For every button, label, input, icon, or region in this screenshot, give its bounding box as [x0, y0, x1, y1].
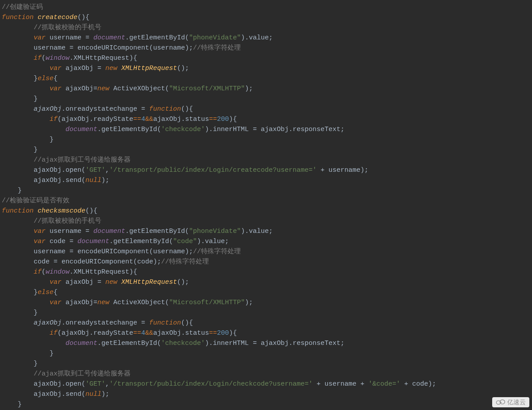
- code-token: ajaxObj.open(: [34, 380, 85, 388]
- code-token: ajaxObj.open(: [34, 166, 85, 174]
- code-token: "phoneVidate": [189, 228, 241, 235]
- code-token: new: [97, 299, 113, 306]
- code-token: ){: [229, 329, 237, 337]
- code-token: (: [42, 268, 46, 276]
- code-token: 'GET': [85, 380, 105, 388]
- code-token: }: [50, 136, 54, 143]
- code-token: code = encodeURIComponent(code);: [34, 258, 161, 266]
- code-token: + code);: [404, 380, 436, 388]
- code-token: //抓取被校验的手机号: [34, 24, 101, 31]
- code-token: function: [2, 207, 38, 215]
- code-token: (: [42, 54, 46, 62]
- code-token: ).value;: [197, 238, 229, 245]
- code-token: document: [93, 34, 125, 42]
- code-token: "code": [173, 238, 197, 245]
- code-token: );: [101, 391, 109, 398]
- code-token: (){: [85, 207, 97, 215]
- code-token: function: [149, 319, 181, 327]
- code-token: document: [93, 228, 125, 235]
- code-token: {: [54, 75, 58, 82]
- code-token: ,: [105, 380, 109, 388]
- code-token: else: [38, 289, 54, 296]
- code-token: ==: [133, 116, 141, 123]
- code-token: createcode: [38, 14, 77, 21]
- code-token: ).innerHTML = ajaxObj.responseText;: [205, 340, 344, 347]
- code-token: else: [38, 75, 54, 82]
- code-token: (){: [77, 14, 89, 21]
- code-token: 'checkcode': [161, 126, 205, 133]
- code-token: null: [85, 177, 101, 184]
- code-token: ajaxObj =: [66, 65, 105, 72]
- code-token: &&: [145, 329, 153, 337]
- code-token: .XMLHttpRequest){: [69, 54, 137, 62]
- code-token: 4: [141, 116, 145, 123]
- code-token: ).value;: [241, 34, 273, 42]
- code-token: .XMLHttpRequest){: [69, 268, 137, 276]
- code-token: function: [149, 105, 181, 113]
- code-token: }: [34, 360, 38, 367]
- code-token: 'checkcode': [161, 340, 205, 347]
- code-token: ==: [209, 329, 217, 337]
- code-token: (ajaxObj.readyState: [58, 116, 133, 123]
- code-token: ajaxObj=: [66, 85, 97, 93]
- code-token: ajaxObj.status: [153, 329, 209, 337]
- code-token: ajaxObj: [34, 105, 62, 113]
- code-token: ajaxObj: [34, 319, 62, 327]
- code-token: function: [2, 14, 38, 21]
- code-token: checksmscode: [38, 207, 85, 215]
- code-token: );: [101, 177, 109, 184]
- code-token: ajaxObj.send(: [34, 391, 85, 398]
- code-token: ==: [209, 116, 217, 123]
- code-token: //检验验证码是否有效: [2, 197, 69, 205]
- code-token: ajaxObj =: [66, 278, 105, 286]
- code-token: );: [245, 85, 253, 93]
- code-token: var: [50, 65, 66, 72]
- code-token: if: [50, 116, 58, 123]
- code-token: new: [105, 65, 121, 72]
- code-token: ){: [229, 116, 237, 123]
- code-token: }: [34, 309, 38, 317]
- code-token: 200: [217, 329, 229, 337]
- code-token: window: [46, 54, 69, 62]
- code-token: '&code=': [368, 380, 404, 388]
- code-token: new: [97, 85, 113, 93]
- code-token: .onreadystatechange =: [62, 319, 149, 327]
- code-token: .getElementById(: [97, 340, 161, 347]
- code-token: ();: [177, 278, 189, 286]
- code-token: new: [105, 278, 121, 286]
- code-token: var: [50, 85, 66, 93]
- code-token: );: [245, 299, 253, 306]
- code-token: //创建验证码: [2, 4, 43, 11]
- code-token: username = encodeURIComponent(username);: [34, 248, 193, 255]
- code-editor[interactable]: //创建验证码 function createcode(){ //抓取被校验的手…: [0, 0, 532, 410]
- code-token: //特殊字符处理: [193, 44, 241, 52]
- code-token: '/transport/public/index/Login/checkcode…: [109, 380, 316, 388]
- code-token: .getElementById(: [125, 228, 189, 235]
- code-token: (){: [181, 319, 193, 327]
- code-token: }: [50, 350, 54, 357]
- code-token: }: [34, 289, 38, 296]
- code-token: username = encodeURIComponent(username);: [34, 44, 193, 52]
- code-token: document: [66, 340, 97, 347]
- code-token: ,: [105, 166, 109, 174]
- code-token: username =: [50, 34, 93, 42]
- code-token: '/transport/public/index/Login/createcod…: [109, 166, 320, 174]
- code-token: .getElementById(: [125, 34, 189, 42]
- code-token: var: [34, 228, 50, 235]
- code-token: .getElementById(: [97, 126, 161, 133]
- code-token: ).innerHTML = ajaxObj.responseText;: [205, 126, 344, 133]
- code-token: window: [46, 268, 69, 276]
- code-token: var: [50, 299, 66, 306]
- code-token: }: [34, 75, 38, 82]
- code-token: XMLHttpRequest: [121, 278, 177, 286]
- code-token: ActiveXObject(: [113, 299, 169, 306]
- code-token: if: [34, 54, 42, 62]
- code-token: }: [34, 95, 38, 103]
- code-token: //抓取被校验的手机号: [34, 217, 101, 225]
- code-token: ActiveXObject(: [113, 85, 169, 93]
- code-token: //ajax抓取到工号传递给服务器: [34, 156, 131, 164]
- code-token: 4: [141, 329, 145, 337]
- code-token: "Microsoft/XMLHTTP": [169, 85, 245, 93]
- code-token: ).value;: [241, 228, 273, 235]
- watermark-badge: 亿速云: [492, 397, 529, 407]
